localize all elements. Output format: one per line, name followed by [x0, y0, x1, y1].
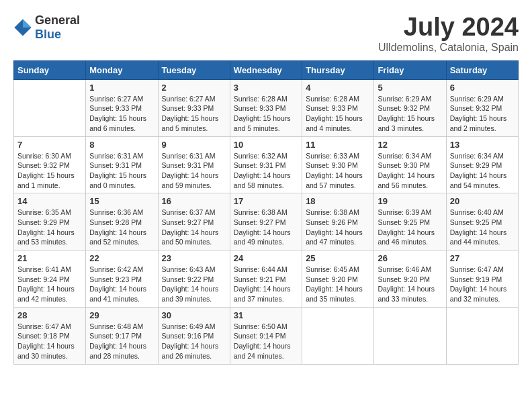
day-info: Sunrise: 6:31 AM Sunset: 9:31 PM Dayligh… — [162, 151, 226, 191]
day-number: 2 — [162, 83, 226, 93]
day-cell: 8Sunrise: 6:31 AM Sunset: 9:31 PM Daylig… — [86, 136, 158, 193]
day-info: Sunrise: 6:45 AM Sunset: 9:20 PM Dayligh… — [306, 265, 370, 304]
day-cell: 4Sunrise: 6:28 AM Sunset: 9:33 PM Daylig… — [302, 79, 374, 136]
calendar-header-row: SundayMondayTuesdayWednesdayThursdayFrid… — [14, 60, 519, 79]
day-info: Sunrise: 6:29 AM Sunset: 9:32 PM Dayligh… — [450, 94, 515, 134]
day-cell — [302, 307, 374, 364]
day-number: 8 — [89, 140, 154, 150]
day-cell: 3Sunrise: 6:28 AM Sunset: 9:33 PM Daylig… — [230, 79, 302, 136]
day-info: Sunrise: 6:29 AM Sunset: 9:32 PM Dayligh… — [378, 94, 442, 134]
day-cell — [14, 79, 86, 136]
day-number: 26 — [378, 253, 442, 263]
day-cell: 24Sunrise: 6:44 AM Sunset: 9:21 PM Dayli… — [230, 250, 302, 308]
calendar-table: SundayMondayTuesdayWednesdayThursdayFrid… — [13, 60, 519, 365]
day-cell: 20Sunrise: 6:40 AM Sunset: 9:25 PM Dayli… — [446, 193, 518, 250]
col-header-thursday: Thursday — [302, 60, 374, 79]
col-header-saturday: Saturday — [446, 60, 518, 79]
day-cell: 17Sunrise: 6:38 AM Sunset: 9:27 PM Dayli… — [230, 193, 302, 250]
day-cell: 29Sunrise: 6:48 AM Sunset: 9:17 PM Dayli… — [86, 307, 158, 364]
day-cell: 9Sunrise: 6:31 AM Sunset: 9:31 PM Daylig… — [158, 136, 230, 193]
day-info: Sunrise: 6:37 AM Sunset: 9:27 PM Dayligh… — [162, 208, 226, 247]
svg-marker-1 — [23, 19, 32, 28]
day-number: 23 — [162, 253, 226, 263]
day-info: Sunrise: 6:27 AM Sunset: 9:33 PM Dayligh… — [162, 94, 226, 134]
day-number: 25 — [306, 253, 370, 263]
day-info: Sunrise: 6:38 AM Sunset: 9:27 PM Dayligh… — [234, 208, 298, 247]
day-info: Sunrise: 6:32 AM Sunset: 9:31 PM Dayligh… — [234, 151, 298, 191]
day-info: Sunrise: 6:36 AM Sunset: 9:28 PM Dayligh… — [89, 208, 154, 247]
week-row-2: 7Sunrise: 6:30 AM Sunset: 9:32 PM Daylig… — [14, 136, 519, 193]
day-number: 11 — [306, 140, 370, 150]
day-info: Sunrise: 6:31 AM Sunset: 9:31 PM Dayligh… — [89, 151, 154, 191]
day-number: 12 — [378, 140, 442, 150]
col-header-friday: Friday — [374, 60, 446, 79]
day-number: 10 — [234, 140, 298, 150]
main-title: July 2024 — [378, 13, 519, 42]
day-number: 9 — [162, 140, 226, 150]
title-block: July 2024 Ulldemolins, Catalonia, Spain — [378, 13, 519, 54]
day-cell: 13Sunrise: 6:34 AM Sunset: 9:29 PM Dayli… — [446, 136, 518, 193]
week-row-3: 14Sunrise: 6:35 AM Sunset: 9:29 PM Dayli… — [14, 193, 519, 250]
day-info: Sunrise: 6:30 AM Sunset: 9:32 PM Dayligh… — [17, 151, 82, 191]
day-info: Sunrise: 6:28 AM Sunset: 9:33 PM Dayligh… — [306, 94, 370, 134]
day-number: 31 — [234, 310, 298, 320]
day-info: Sunrise: 6:50 AM Sunset: 9:14 PM Dayligh… — [234, 322, 298, 361]
logo-general: General — [35, 13, 80, 27]
day-cell — [374, 307, 446, 364]
day-info: Sunrise: 6:27 AM Sunset: 9:33 PM Dayligh… — [89, 94, 154, 134]
calendar-body: 1Sunrise: 6:27 AM Sunset: 9:33 PM Daylig… — [14, 79, 519, 364]
day-number: 7 — [17, 140, 82, 150]
day-cell: 19Sunrise: 6:39 AM Sunset: 9:25 PM Dayli… — [374, 193, 446, 250]
week-row-5: 28Sunrise: 6:47 AM Sunset: 9:18 PM Dayli… — [14, 307, 519, 364]
day-cell: 30Sunrise: 6:49 AM Sunset: 9:16 PM Dayli… — [158, 307, 230, 364]
day-cell: 27Sunrise: 6:47 AM Sunset: 9:19 PM Dayli… — [446, 250, 518, 308]
day-cell: 21Sunrise: 6:41 AM Sunset: 9:24 PM Dayli… — [14, 250, 86, 308]
day-number: 24 — [234, 253, 298, 263]
day-number: 3 — [234, 83, 298, 93]
logo-icon — [13, 18, 32, 37]
day-info: Sunrise: 6:38 AM Sunset: 9:26 PM Dayligh… — [306, 208, 370, 247]
day-number: 18 — [306, 196, 370, 206]
week-row-4: 21Sunrise: 6:41 AM Sunset: 9:24 PM Dayli… — [14, 250, 519, 308]
day-cell: 5Sunrise: 6:29 AM Sunset: 9:32 PM Daylig… — [374, 79, 446, 136]
day-cell: 6Sunrise: 6:29 AM Sunset: 9:32 PM Daylig… — [446, 79, 518, 136]
day-number: 4 — [306, 83, 370, 93]
col-header-wednesday: Wednesday — [230, 60, 302, 79]
day-cell: 16Sunrise: 6:37 AM Sunset: 9:27 PM Dayli… — [158, 193, 230, 250]
day-cell: 1Sunrise: 6:27 AM Sunset: 9:33 PM Daylig… — [86, 79, 158, 136]
day-number: 16 — [162, 196, 226, 206]
day-number: 1 — [89, 83, 154, 93]
day-number: 27 — [450, 253, 515, 263]
day-info: Sunrise: 6:35 AM Sunset: 9:29 PM Dayligh… — [17, 208, 82, 247]
day-info: Sunrise: 6:43 AM Sunset: 9:22 PM Dayligh… — [162, 265, 226, 304]
day-number: 15 — [89, 196, 154, 206]
day-info: Sunrise: 6:44 AM Sunset: 9:21 PM Dayligh… — [234, 265, 298, 304]
day-info: Sunrise: 6:46 AM Sunset: 9:20 PM Dayligh… — [378, 265, 442, 304]
day-info: Sunrise: 6:34 AM Sunset: 9:29 PM Dayligh… — [450, 151, 515, 191]
day-number: 22 — [89, 253, 154, 263]
day-number: 20 — [450, 196, 515, 206]
logo: General Blue — [13, 13, 80, 42]
day-info: Sunrise: 6:41 AM Sunset: 9:24 PM Dayligh… — [17, 265, 82, 304]
col-header-monday: Monday — [86, 60, 158, 79]
day-cell: 2Sunrise: 6:27 AM Sunset: 9:33 PM Daylig… — [158, 79, 230, 136]
week-row-1: 1Sunrise: 6:27 AM Sunset: 9:33 PM Daylig… — [14, 79, 519, 136]
day-cell: 15Sunrise: 6:36 AM Sunset: 9:28 PM Dayli… — [86, 193, 158, 250]
day-cell: 23Sunrise: 6:43 AM Sunset: 9:22 PM Dayli… — [158, 250, 230, 308]
logo-blue: Blue — [35, 28, 61, 41]
day-cell: 28Sunrise: 6:47 AM Sunset: 9:18 PM Dayli… — [14, 307, 86, 364]
day-number: 28 — [17, 310, 82, 320]
day-cell: 11Sunrise: 6:33 AM Sunset: 9:30 PM Dayli… — [302, 136, 374, 193]
day-number: 17 — [234, 196, 298, 206]
day-cell: 22Sunrise: 6:42 AM Sunset: 9:23 PM Dayli… — [86, 250, 158, 308]
day-info: Sunrise: 6:39 AM Sunset: 9:25 PM Dayligh… — [378, 208, 442, 247]
day-info: Sunrise: 6:47 AM Sunset: 9:18 PM Dayligh… — [17, 322, 82, 361]
day-cell: 31Sunrise: 6:50 AM Sunset: 9:14 PM Dayli… — [230, 307, 302, 364]
day-number: 5 — [378, 83, 442, 93]
day-cell: 14Sunrise: 6:35 AM Sunset: 9:29 PM Dayli… — [14, 193, 86, 250]
day-number: 30 — [162, 310, 226, 320]
day-cell: 18Sunrise: 6:38 AM Sunset: 9:26 PM Dayli… — [302, 193, 374, 250]
day-cell: 12Sunrise: 6:34 AM Sunset: 9:30 PM Dayli… — [374, 136, 446, 193]
day-cell: 25Sunrise: 6:45 AM Sunset: 9:20 PM Dayli… — [302, 250, 374, 308]
day-info: Sunrise: 6:33 AM Sunset: 9:30 PM Dayligh… — [306, 151, 370, 191]
